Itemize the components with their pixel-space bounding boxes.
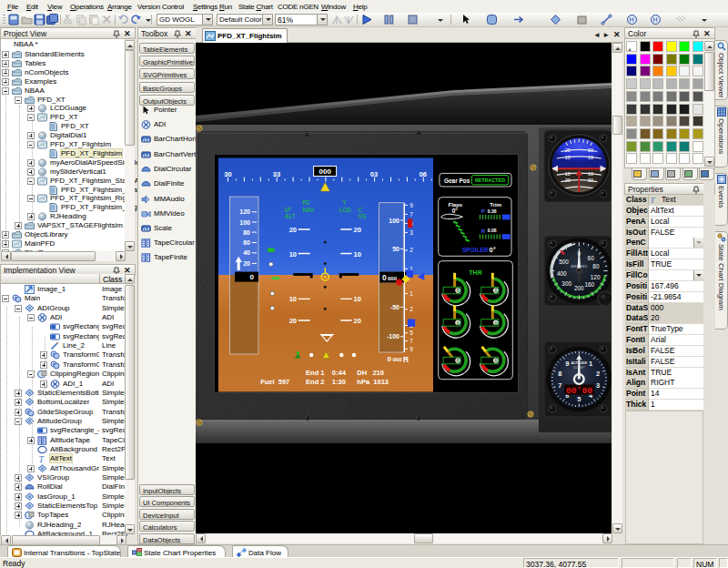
svg-text:400: 400 bbox=[557, 270, 567, 277]
svg-text:0.08: 0.08 bbox=[488, 228, 497, 233]
svg-text:120: 120 bbox=[239, 208, 250, 215]
svg-text:80: 80 bbox=[592, 263, 600, 269]
svg-text:7: 7 bbox=[558, 381, 561, 390]
svg-text:ALT: ALT bbox=[285, 213, 295, 219]
svg-text:-50: -50 bbox=[390, 304, 399, 310]
svg-text:0°: 0° bbox=[490, 246, 496, 254]
svg-text:20: 20 bbox=[243, 260, 250, 267]
svg-text:0: 0 bbox=[382, 273, 387, 282]
svg-text:5: 5 bbox=[577, 395, 581, 403]
svg-text:1: 1 bbox=[589, 360, 592, 368]
svg-text:P: P bbox=[481, 208, 485, 214]
svg-text:10: 10 bbox=[588, 155, 593, 160]
svg-text:Gear Pos: Gear Pos bbox=[444, 178, 470, 184]
svg-text:300: 300 bbox=[561, 280, 571, 287]
svg-text:1P: 1P bbox=[284, 207, 291, 213]
svg-text:50: 50 bbox=[392, 246, 399, 252]
svg-text:20: 20 bbox=[354, 226, 361, 234]
svg-text:0: 0 bbox=[388, 355, 392, 363]
svg-text:10: 10 bbox=[289, 250, 297, 259]
svg-text:5: 5 bbox=[410, 330, 413, 336]
svg-text:8: 8 bbox=[558, 370, 561, 378]
svg-text:H: H bbox=[630, 16, 634, 23]
svg-text:End 2 1:30 hPa 1013: End 2 1:30 hPa 1013 bbox=[306, 378, 389, 386]
svg-text:2: 2 bbox=[410, 306, 413, 312]
svg-text:T: T bbox=[39, 454, 46, 463]
svg-text:T: T bbox=[651, 196, 656, 204]
svg-text:20: 20 bbox=[565, 147, 571, 153]
svg-text:120: 120 bbox=[591, 274, 601, 280]
svg-text:7: 7 bbox=[410, 211, 413, 218]
svg-text:40: 40 bbox=[243, 249, 250, 256]
svg-text:100: 100 bbox=[389, 218, 399, 224]
svg-text:R2: R2 bbox=[302, 199, 310, 206]
svg-text:20: 20 bbox=[289, 317, 297, 325]
svg-text:10: 10 bbox=[565, 155, 571, 160]
svg-text:THR: THR bbox=[469, 269, 481, 276]
svg-text:00’00: 00’00 bbox=[566, 386, 592, 396]
svg-text:H: H bbox=[653, 16, 658, 23]
svg-text:3: 3 bbox=[596, 381, 600, 390]
svg-text:2: 2 bbox=[596, 370, 600, 378]
svg-text:LOS: LOS bbox=[339, 207, 352, 213]
svg-text:20: 20 bbox=[588, 178, 593, 183]
svg-text:R: R bbox=[403, 355, 409, 364]
svg-text:10: 10 bbox=[354, 295, 361, 303]
svg-text:100: 100 bbox=[239, 219, 250, 226]
svg-text:160: 160 bbox=[585, 281, 595, 288]
svg-text:10: 10 bbox=[289, 295, 297, 303]
svg-text:10: 10 bbox=[354, 250, 361, 259]
svg-text:000: 000 bbox=[388, 276, 398, 281]
svg-text:000: 000 bbox=[319, 167, 332, 176]
svg-text:20: 20 bbox=[565, 178, 571, 183]
svg-text:03: 03 bbox=[370, 170, 378, 178]
svg-text:9: 9 bbox=[565, 360, 569, 368]
svg-text:C: C bbox=[359, 207, 363, 213]
svg-text:60: 60 bbox=[588, 255, 595, 261]
svg-text:-100: -100 bbox=[387, 333, 399, 340]
svg-text:10: 10 bbox=[588, 171, 593, 177]
svg-text:60: 60 bbox=[243, 239, 250, 246]
svg-text:20: 20 bbox=[588, 147, 593, 153]
svg-text:Y: Y bbox=[343, 199, 348, 206]
svg-text:RETRACTED: RETRACTED bbox=[475, 178, 505, 183]
svg-text:0°: 0° bbox=[452, 208, 459, 214]
svg-text:20: 20 bbox=[354, 317, 361, 325]
svg-text:Trim: Trim bbox=[490, 202, 501, 208]
svg-text:1: 1 bbox=[410, 290, 413, 297]
svg-text:VS: VS bbox=[359, 213, 367, 219]
svg-text:9: 9 bbox=[410, 202, 413, 208]
svg-text:80: 80 bbox=[243, 229, 250, 236]
svg-text:9: 9 bbox=[410, 346, 413, 352]
svg-text:0.38: 0.38 bbox=[488, 208, 497, 214]
svg-text:NAV: NAV bbox=[302, 207, 315, 213]
svg-text:000: 000 bbox=[393, 357, 403, 362]
svg-text:2: 2 bbox=[410, 247, 413, 253]
svg-text:0: 0 bbox=[250, 273, 255, 281]
svg-text:End 1 0:44 DH 210: End 1 0:44 DH 210 bbox=[306, 369, 384, 377]
svg-text:20: 20 bbox=[289, 226, 297, 234]
svg-text:200: 200 bbox=[574, 285, 584, 291]
svg-text:R: R bbox=[481, 228, 486, 234]
svg-text:Fuel 597: Fuel 597 bbox=[260, 378, 289, 386]
svg-text:7: 7 bbox=[410, 338, 413, 344]
svg-text:500: 500 bbox=[559, 259, 569, 265]
svg-text:3: 3 bbox=[410, 229, 413, 236]
svg-text:10: 10 bbox=[565, 171, 571, 177]
svg-text:SPOILER: SPOILER bbox=[462, 247, 489, 253]
